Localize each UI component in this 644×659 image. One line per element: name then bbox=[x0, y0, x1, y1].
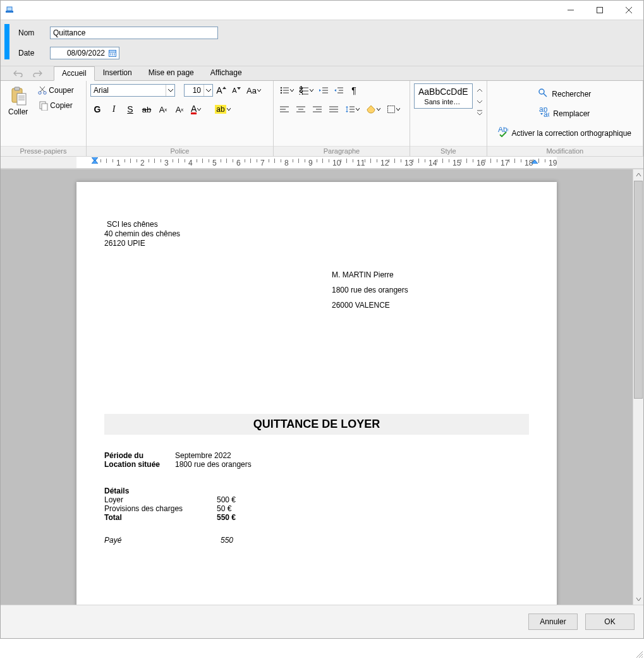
ruler-label: 16 bbox=[477, 159, 485, 167]
ruler-label: 1 bbox=[116, 159, 121, 167]
ruler-label: 17 bbox=[501, 159, 509, 167]
provisions-label: Provisions des charges bbox=[104, 504, 217, 513]
indent-marker[interactable] bbox=[532, 157, 538, 166]
calendar-icon[interactable] bbox=[107, 48, 118, 58]
tab-accueil[interactable]: Accueil bbox=[54, 66, 95, 81]
ruler-label: 5 bbox=[212, 159, 217, 167]
nom-input[interactable] bbox=[50, 27, 218, 39]
shading-button[interactable] bbox=[364, 102, 382, 116]
ok-button[interactable]: OK bbox=[585, 614, 635, 630]
tab-affichage[interactable]: Affichage bbox=[202, 66, 250, 80]
align-right-button[interactable] bbox=[310, 102, 324, 116]
svg-line-60 bbox=[544, 94, 547, 97]
ruler-label: 14 bbox=[428, 159, 437, 167]
number-list-button[interactable]: 123 bbox=[297, 83, 315, 97]
svg-point-25 bbox=[281, 90, 283, 92]
loyer-value: 500 € bbox=[217, 495, 236, 504]
highlight-button[interactable]: ab bbox=[213, 102, 232, 116]
sender-city: 26120 UPIE bbox=[104, 239, 529, 248]
remplacer-button[interactable]: abac Remplacer bbox=[496, 106, 633, 121]
rechercher-button[interactable]: Rechercher bbox=[496, 86, 633, 102]
group-label-modification: Modification bbox=[487, 146, 643, 156]
font-name-combo[interactable] bbox=[90, 84, 175, 97]
couper-button[interactable]: Couper bbox=[35, 83, 75, 97]
total-value: 550 € bbox=[217, 513, 236, 522]
svg-rect-3 bbox=[597, 8, 603, 13]
redo-button[interactable] bbox=[31, 66, 45, 80]
ruler-label: 9 bbox=[308, 159, 313, 167]
scroll-thumb[interactable] bbox=[634, 181, 643, 399]
style-name: Sans interli... bbox=[424, 98, 462, 106]
window-close-button[interactable] bbox=[614, 1, 643, 20]
increase-indent-button[interactable] bbox=[332, 83, 346, 97]
grow-font-button[interactable]: A bbox=[214, 83, 228, 97]
document-canvas[interactable]: SCI les chênes 40 chemin des chênes 2612… bbox=[1, 169, 633, 605]
style-expand[interactable] bbox=[477, 109, 483, 118]
document-title: QUITTANCE DE LOYER bbox=[104, 414, 529, 435]
coller-label: Coller bbox=[8, 107, 28, 116]
bold-button[interactable]: G bbox=[90, 102, 104, 116]
scroll-down-arrow[interactable] bbox=[633, 594, 643, 605]
provisions-value: 50 € bbox=[217, 504, 231, 513]
line-spacing-button[interactable] bbox=[343, 102, 361, 116]
case-button[interactable]: Aa bbox=[245, 83, 263, 97]
svg-line-19 bbox=[40, 87, 45, 92]
date-label: Date bbox=[18, 49, 41, 57]
style-scroll-up[interactable] bbox=[477, 86, 483, 95]
font-color-button[interactable]: A bbox=[189, 102, 203, 116]
document-page[interactable]: SCI les chênes 40 chemin des chênes 2612… bbox=[76, 182, 557, 605]
superscript-button[interactable]: Ax bbox=[173, 102, 186, 116]
date-input[interactable] bbox=[51, 47, 107, 59]
group-label-clipboard: Presse-papiers bbox=[1, 146, 86, 156]
indent-marker[interactable] bbox=[92, 157, 98, 166]
ruler-label: 7 bbox=[260, 159, 265, 167]
svg-rect-12 bbox=[15, 87, 20, 90]
show-marks-button[interactable]: ¶ bbox=[347, 83, 361, 97]
window-titlebar bbox=[1, 1, 643, 20]
scroll-up-arrow[interactable] bbox=[633, 169, 643, 180]
app-icon bbox=[4, 5, 15, 15]
ruler-label: 11 bbox=[356, 159, 365, 167]
strikethrough-button[interactable]: ab bbox=[140, 102, 154, 116]
vertical-scrollbar[interactable] bbox=[633, 169, 643, 605]
header-form: Nom Date bbox=[1, 20, 643, 66]
font-size-input[interactable] bbox=[185, 85, 204, 96]
tab-mise-en-page[interactable]: Mise en page bbox=[140, 66, 202, 80]
style-scroll-down[interactable] bbox=[477, 97, 483, 106]
annuler-button[interactable]: Annuler bbox=[528, 614, 578, 630]
ruler-label: 19 bbox=[549, 159, 557, 167]
coller-button[interactable]: Coller bbox=[4, 83, 32, 119]
svg-point-27 bbox=[281, 92, 283, 94]
window-maximize-button[interactable] bbox=[585, 1, 614, 20]
copier-button[interactable]: Copier bbox=[35, 99, 75, 112]
font-size-combo[interactable] bbox=[184, 84, 213, 97]
borders-button[interactable] bbox=[385, 102, 402, 116]
style-gallery-item[interactable]: AaBbCcDdE Sans interli... bbox=[414, 83, 473, 109]
ruler-label: 2 bbox=[140, 159, 145, 167]
style-sample: AaBbCcDdE bbox=[418, 87, 468, 97]
font-name-input[interactable] bbox=[91, 85, 166, 96]
chevron-down-icon[interactable] bbox=[204, 85, 212, 96]
tab-insertion[interactable]: Insertion bbox=[95, 66, 140, 80]
location-value: 1800 rue des orangers bbox=[175, 460, 252, 469]
ruler-label: 15 bbox=[453, 159, 461, 167]
chevron-down-icon[interactable] bbox=[166, 85, 174, 96]
window-minimize-button[interactable] bbox=[556, 1, 585, 20]
resize-grip[interactable] bbox=[634, 649, 644, 659]
shrink-font-button[interactable]: A bbox=[229, 83, 243, 97]
correction-label: Activer la correction orthographique bbox=[512, 129, 631, 138]
subscript-button[interactable]: Ax bbox=[156, 102, 170, 116]
align-justify-button[interactable] bbox=[327, 102, 341, 116]
underline-button[interactable]: S bbox=[123, 102, 137, 116]
undo-button[interactable] bbox=[11, 66, 25, 80]
periode-label: Période du bbox=[104, 451, 175, 460]
italic-button[interactable]: I bbox=[107, 102, 121, 116]
svg-point-23 bbox=[281, 87, 283, 89]
horizontal-ruler[interactable]: 12345678910111213141516171819 bbox=[1, 156, 643, 169]
svg-point-18 bbox=[44, 92, 46, 94]
decrease-indent-button[interactable] bbox=[317, 83, 331, 97]
correction-button[interactable]: Abc Activer la correction orthographique bbox=[496, 125, 633, 141]
align-left-button[interactable] bbox=[277, 102, 291, 116]
align-center-button[interactable] bbox=[294, 102, 308, 116]
bullet-list-button[interactable] bbox=[277, 83, 296, 97]
